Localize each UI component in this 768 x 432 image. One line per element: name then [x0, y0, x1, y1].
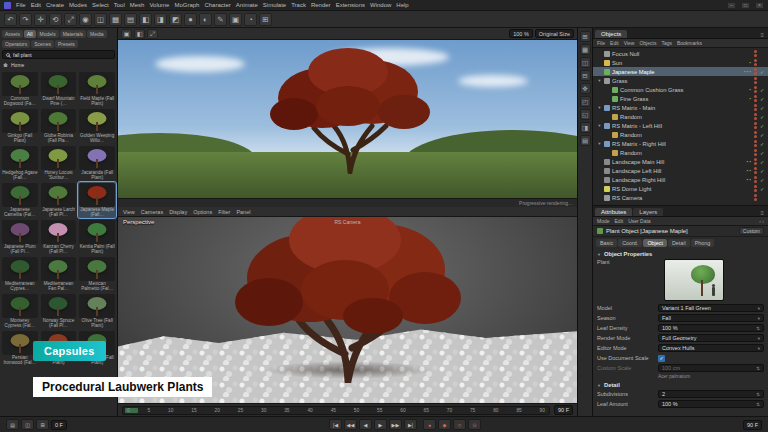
side-tool-icon[interactable]: ▤ [580, 135, 591, 146]
playback-button[interactable]: ▶| [404, 419, 417, 430]
object-row[interactable]: ▾ RS Matrix - Right Hill ✓ [593, 139, 768, 148]
picture-viewer-icon[interactable]: ◧ [134, 29, 145, 39]
plant-preview-image[interactable] [664, 259, 724, 301]
object-name[interactable]: Sun [612, 60, 747, 66]
menu-item[interactable]: MoGraph [174, 2, 199, 8]
menu-item[interactable]: Create [46, 2, 64, 8]
toolbar-icon[interactable]: ◩ [169, 13, 182, 26]
menu-item[interactable]: Extensions [336, 2, 365, 8]
side-tool-icon[interactable]: ⊞ [580, 31, 591, 42]
object-name[interactable]: Grass [612, 78, 750, 84]
expand-arrow-icon[interactable]: ▾ [597, 123, 602, 128]
picture-viewer-icon[interactable]: ⤢ [147, 29, 158, 39]
playback-button[interactable]: ▶▶ [389, 419, 402, 430]
asset-category-chip[interactable]: Operators [2, 40, 30, 48]
asset-search[interactable]: fall plant [2, 50, 115, 59]
picture-viewer-icon[interactable]: ▣ [121, 29, 132, 39]
visibility-dots[interactable] [754, 131, 757, 138]
asset-filter-chip[interactable]: Assets [2, 30, 23, 38]
menu-item[interactable]: Tool [114, 2, 125, 8]
window-control-button[interactable]: – [727, 2, 736, 9]
viewport-menu-item[interactable]: Options [193, 209, 212, 215]
toolbar-icon[interactable]: ⊞ [259, 13, 272, 26]
object-name[interactable]: Landscape Main Hill [612, 159, 745, 165]
plant-asset[interactable]: Honey Locust 'Sunbur… [40, 145, 78, 181]
history-nav-icons[interactable]: ‹ › [759, 218, 764, 224]
season-dropdown[interactable]: Fall▾ [658, 314, 764, 322]
editor-mode-dropdown[interactable]: Convex Hulls▾ [658, 344, 764, 352]
side-tool-icon[interactable]: ◫ [580, 57, 591, 68]
asset-filter-chip[interactable]: All [24, 30, 36, 38]
visibility-dots[interactable] [754, 50, 757, 57]
menu-item[interactable]: Animate [236, 2, 258, 8]
object-name[interactable]: Random [620, 114, 750, 120]
asset-home-node[interactable]: Home [0, 61, 117, 70]
visibility-dots[interactable] [754, 113, 757, 120]
object-row[interactable]: Landscape Right Hill ▪▪ ✓ [593, 175, 768, 184]
plant-asset[interactable]: Mexican Palmetto (Fal… [78, 256, 116, 292]
object-row[interactable]: Japanese Maple ▪▪▪ ✓ [593, 67, 768, 76]
object-name[interactable]: RS Matrix - Right Hill [612, 141, 750, 147]
app-logo-icon[interactable] [4, 2, 11, 9]
transport-tool-icon[interactable]: ◫ [21, 419, 34, 430]
toolbar-icon[interactable]: ▤ [124, 13, 137, 26]
playback-button[interactable]: ◀ [359, 419, 372, 430]
enable-check-icon[interactable]: ✓ [759, 177, 765, 183]
toolbar-icon[interactable]: ✎ [214, 13, 227, 26]
visibility-dots[interactable] [754, 95, 757, 102]
object-name[interactable]: Common Cushion Grass [620, 87, 747, 93]
transport-tool-icon[interactable]: ▤ [6, 419, 19, 430]
attribute-panel-tab[interactable]: Attributes [595, 208, 632, 216]
visibility-dots[interactable] [754, 59, 757, 66]
plant-asset[interactable]: Dwarf Mountain Pine (… [40, 71, 78, 107]
record-button[interactable]: ⊙ [468, 419, 481, 430]
side-tool-icon[interactable]: ◨ [580, 122, 591, 133]
object-row[interactable]: Landscape Left Hill ▪▪ ✓ [593, 166, 768, 175]
transport-tool-icon[interactable]: ⊞ [36, 419, 49, 430]
side-tool-icon[interactable]: ◱ [580, 109, 591, 120]
plant-asset[interactable]: Japanese Larch (Fall Pl… [40, 182, 78, 218]
toolbar-icon[interactable]: ↶ [4, 13, 17, 26]
menu-item[interactable]: Select [92, 2, 109, 8]
object-name[interactable]: Random [620, 132, 750, 138]
enable-check-icon[interactable]: ✓ [759, 168, 765, 174]
enable-check-icon[interactable]: ✓ [759, 96, 765, 102]
object-name[interactable]: RS Camera [612, 195, 750, 201]
object-row[interactable]: Focus Null [593, 49, 768, 58]
toolbar-icon[interactable]: ↷ [19, 13, 32, 26]
visibility-dots[interactable] [754, 158, 757, 165]
visibility-dots[interactable] [754, 77, 757, 84]
object-row[interactable]: Landscape Main Hill ▪▪ ✓ [593, 157, 768, 166]
side-tool-icon[interactable]: ◰ [580, 96, 591, 107]
custom-preset-button[interactable]: Custom [739, 227, 764, 235]
plant-asset[interactable]: Field Maple (Fall Plant) [78, 71, 116, 107]
menu-item[interactable]: Mesh [130, 2, 145, 8]
visibility-dots[interactable] [754, 176, 757, 183]
om-menu-item[interactable]: View [624, 40, 635, 46]
enable-check-icon[interactable]: ✓ [759, 132, 765, 138]
enable-check-icon[interactable]: ✓ [759, 114, 765, 120]
toolbar-icon[interactable]: ⤢ [64, 13, 77, 26]
expand-arrow-icon[interactable]: ▾ [597, 141, 602, 146]
plant-asset[interactable]: Globe Robinia (Fall Pla… [40, 108, 78, 144]
enable-check-icon[interactable]: ✓ [759, 159, 765, 165]
plant-asset[interactable]: Norway Spruce (Fall Pl… [40, 293, 78, 329]
menu-item[interactable]: Volume [149, 2, 169, 8]
object-row[interactable]: RS Dome Light ✓ [593, 184, 768, 193]
tab-objects[interactable]: Objects [595, 30, 627, 38]
plant-asset[interactable]: Monterey Cypress (Fal… [1, 293, 39, 329]
menu-item[interactable]: Character [204, 2, 230, 8]
visibility-dots[interactable] [754, 122, 757, 129]
asset-filter-chip[interactable]: Models [37, 30, 59, 38]
menu-item[interactable]: Track [291, 2, 306, 8]
om-menu-item[interactable]: Edit [610, 40, 619, 46]
end-frame-field[interactable]: 90 F [554, 405, 573, 415]
attribute-tab[interactable]: Phong [691, 239, 715, 247]
toolbar-icon[interactable]: ◨ [154, 13, 167, 26]
object-row[interactable]: Sun ▪ [593, 58, 768, 67]
model-dropdown[interactable]: Variant 1 Fall Green▾ [658, 304, 764, 312]
visibility-dots[interactable] [754, 140, 757, 147]
object-name[interactable]: RS Matrix - Left Hill [612, 123, 750, 129]
plant-asset[interactable]: Japanese Plum (Fall Pl… [1, 219, 39, 255]
object-tag-icons[interactable]: ▪▪▪ [744, 69, 752, 74]
